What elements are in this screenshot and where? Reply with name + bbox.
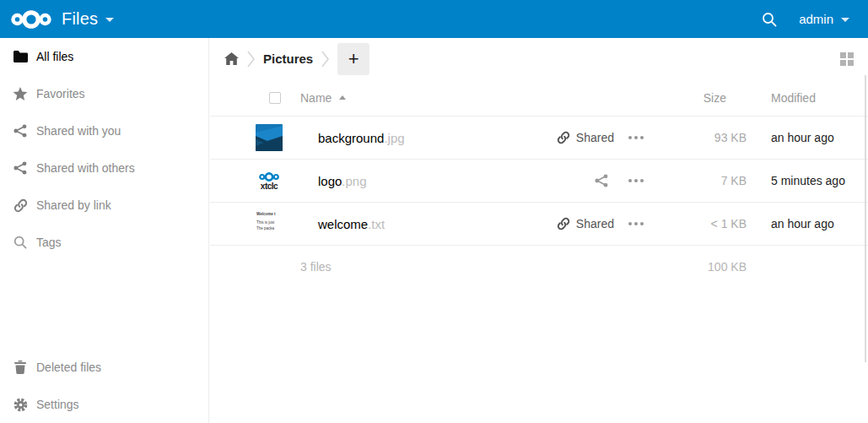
folder-icon: [12, 48, 29, 65]
file-list-summary: 3 files 100 KB: [210, 246, 868, 288]
link-icon: [557, 217, 570, 230]
image-preview: [258, 171, 280, 182]
user-menu-caret-icon: [841, 18, 849, 22]
star-icon: [12, 85, 29, 102]
sidebar-item-tags[interactable]: Tags: [0, 224, 208, 261]
user-menu[interactable]: admin: [799, 12, 849, 26]
select-all-checkbox[interactable]: [269, 92, 281, 104]
file-name[interactable]: background.jpg: [300, 131, 521, 145]
share-status-label: Shared: [576, 131, 614, 144]
summary-total-size: 100 KB: [658, 260, 747, 274]
grid-view-icon: [848, 52, 854, 58]
file-size: 7 KB: [658, 174, 747, 187]
file-basename: welcome: [318, 217, 368, 231]
share-status-label: Shared: [576, 217, 614, 230]
app-title: Files: [62, 9, 98, 29]
file-modified: 5 minutes ago: [771, 174, 868, 187]
grid-view-icon: [848, 60, 854, 66]
gear-icon: [12, 396, 29, 413]
breadcrumb-home[interactable]: [224, 52, 239, 65]
file-size: < 1 KB: [658, 217, 747, 230]
sidebar-item-favorites[interactable]: Favorites: [0, 75, 208, 112]
link-icon: [12, 197, 29, 214]
top-header-bar: Files admin: [0, 0, 868, 38]
file-thumbnail[interactable]: [256, 124, 283, 151]
file-name[interactable]: welcome.txt: [300, 217, 521, 231]
breadcrumb-chevron-icon: [247, 51, 255, 68]
sidebar-item-label: Tags: [36, 236, 62, 249]
breadcrumb-folder[interactable]: Pictures: [263, 52, 313, 66]
file-name[interactable]: logo.png: [300, 174, 521, 188]
search-icon: [762, 12, 777, 27]
sidebar-item-shared-by-link[interactable]: Shared by link: [0, 187, 208, 224]
grid-view-toggle[interactable]: [840, 52, 854, 66]
more-actions-button[interactable]: [614, 222, 658, 225]
modified-column-header[interactable]: Modified: [771, 91, 868, 105]
sidebar-item-label: Shared with others: [36, 161, 135, 175]
sort-ascending-icon: [339, 95, 346, 100]
sidebar-navigation: All files Favorites Shared with you Shar…: [0, 38, 209, 423]
file-row-welcome-txt[interactable]: Welcome t This is just The packa welcome…: [210, 203, 868, 246]
sidebar-item-label: Shared by link: [36, 198, 111, 212]
size-column-header[interactable]: Size: [658, 91, 747, 105]
share-status-button[interactable]: Shared: [521, 131, 614, 144]
more-icon: [628, 179, 644, 182]
trash-icon: [12, 359, 29, 376]
thumbnail-text: The packa: [256, 226, 282, 232]
file-list-panel: Pictures + Name Size Modified: [210, 38, 868, 423]
thumbnail-text: xtclc: [261, 182, 278, 191]
breadcrumb-chevron-icon: [321, 51, 329, 68]
sort-by-name[interactable]: Name: [300, 91, 521, 105]
name-column-header: Name: [300, 91, 332, 105]
user-name: admin: [799, 12, 833, 26]
share-status-button[interactable]: [521, 174, 614, 187]
more-actions-button[interactable]: [614, 136, 658, 139]
file-basename: background: [318, 131, 384, 145]
sidebar-item-label: Shared with you: [36, 124, 121, 138]
file-thumbnail[interactable]: Welcome t This is just The packa: [256, 210, 283, 237]
sidebar-item-shared-with-others[interactable]: Shared with others: [0, 149, 208, 187]
search-button[interactable]: [762, 12, 777, 27]
thumbnail-text: Welcome t: [256, 212, 282, 218]
sidebar-item-label: All files: [36, 50, 73, 63]
breadcrumb: Pictures +: [210, 38, 868, 79]
summary-file-count: 3 files: [300, 260, 521, 274]
file-row-background-jpg[interactable]: background.jpg Shared 93 KB an hour ago: [210, 117, 868, 160]
thumbnail-text: This is just: [256, 220, 282, 226]
share-icon: [12, 160, 29, 176]
file-modified: an hour ago: [771, 131, 868, 144]
app-menu-caret-icon: [105, 18, 114, 22]
file-extension: .txt: [368, 217, 385, 231]
sidebar-item-label: Settings: [36, 398, 79, 411]
file-extension: .jpg: [384, 131, 404, 145]
sidebar-item-settings[interactable]: Settings: [0, 386, 208, 423]
share-status-button[interactable]: Shared: [521, 217, 614, 230]
new-file-button[interactable]: +: [337, 43, 369, 75]
more-icon: [628, 222, 644, 225]
sidebar-item-label: Favorites: [36, 87, 85, 100]
file-row-logo-png[interactable]: xtclc logo.png 7 KB 5 minutes ago: [210, 160, 868, 203]
nextcloud-logo-icon: [11, 8, 51, 30]
file-table-header: Name Size Modified: [210, 79, 868, 117]
file-extension: .png: [342, 174, 366, 188]
sidebar-item-all-files[interactable]: All files: [0, 38, 208, 75]
share-icon: [12, 122, 29, 139]
link-icon: [557, 131, 570, 144]
grid-view-icon: [840, 52, 846, 58]
image-preview: [256, 124, 283, 151]
tags-icon: [12, 234, 29, 251]
sidebar-item-deleted-files[interactable]: Deleted files: [0, 349, 208, 386]
sidebar-item-label: Deleted files: [36, 361, 101, 374]
home-icon: [224, 52, 239, 65]
share-icon: [595, 174, 608, 187]
sidebar-item-shared-with-you[interactable]: Shared with you: [0, 112, 208, 149]
file-size: 93 KB: [658, 131, 747, 144]
more-actions-button[interactable]: [614, 179, 658, 182]
file-modified: an hour ago: [771, 217, 868, 230]
file-basename: logo: [318, 174, 342, 188]
more-icon: [628, 136, 644, 139]
file-thumbnail[interactable]: xtclc: [256, 167, 283, 194]
app-menu[interactable]: Files: [11, 8, 114, 30]
grid-view-icon: [840, 60, 846, 66]
scrollbar[interactable]: [865, 75, 866, 362]
